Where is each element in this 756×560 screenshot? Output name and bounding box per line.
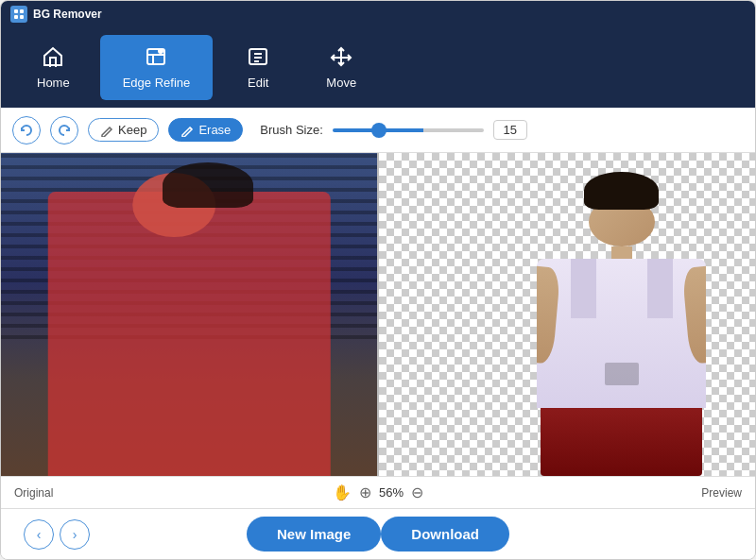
brush-size-value: 15 <box>493 120 527 140</box>
status-bar-inner: Original ✋ ⊕ 56% ⊖ Preview <box>14 486 742 500</box>
nav-edit[interactable]: Edit <box>220 35 296 100</box>
keep-brush-button[interactable]: Keep <box>88 118 159 142</box>
nav-bar: Home Edge Refine Edit <box>1 27 755 108</box>
person-cutout <box>518 166 725 476</box>
preview-image <box>379 153 755 476</box>
zoom-value: 56% <box>379 485 404 500</box>
home-icon <box>42 46 64 70</box>
app-icon <box>10 6 27 23</box>
undo-button[interactable] <box>12 116 41 144</box>
move-icon <box>330 46 352 70</box>
nav-home[interactable]: Home <box>14 35 93 100</box>
nav-home-label: Home <box>37 76 70 90</box>
prev-button[interactable]: ‹ <box>24 519 54 550</box>
preview-label: Preview <box>701 486 742 500</box>
app-title: BG Remover <box>33 8 102 21</box>
next-button[interactable]: › <box>60 519 90 550</box>
brush-size-label: Brush Size: <box>260 123 322 137</box>
svg-rect-1 <box>20 9 24 13</box>
zoom-out-button[interactable]: ⊖ <box>411 485 423 501</box>
cutout-body <box>537 259 706 408</box>
red-overlay-hair <box>163 162 253 208</box>
original-panel[interactable] <box>1 153 377 476</box>
title-bar: BG Remover <box>1 1 755 27</box>
brush-size-slider-container <box>333 128 484 132</box>
bottom-bar: ‹ › New Image Download <box>1 508 755 559</box>
download-button[interactable]: Download <box>381 517 509 552</box>
keep-label: Keep <box>118 123 146 137</box>
bottom-nav-arrows: ‹ › <box>24 519 90 550</box>
svg-rect-0 <box>14 9 18 13</box>
brush-size-slider[interactable] <box>333 128 484 132</box>
cutout-left-arm <box>537 264 561 365</box>
cutout-hair <box>584 172 659 209</box>
edge-refine-icon <box>145 46 167 70</box>
svg-rect-2 <box>14 15 18 19</box>
nav-edge-refine-label: Edge Refine <box>123 76 191 90</box>
svg-rect-3 <box>20 15 24 19</box>
nav-edge-refine[interactable]: Edge Refine <box>100 35 214 100</box>
new-image-button[interactable]: New Image <box>247 517 381 552</box>
bottom-bar-inner: ‹ › New Image Download <box>10 517 746 552</box>
erase-label: Erase <box>198 123 231 137</box>
hand-tool-icon[interactable]: ✋ <box>333 484 352 501</box>
cutout-strap-right <box>647 259 673 318</box>
svg-point-5 <box>159 49 163 53</box>
original-image <box>1 153 377 476</box>
main-content: Original ✋ ⊕ 56% ⊖ Preview ‹ › New Image… <box>1 153 755 559</box>
edit-icon <box>247 46 269 70</box>
cutout-logo <box>605 363 639 385</box>
cutout-shorts <box>541 408 702 476</box>
image-area <box>1 153 755 476</box>
cutout-right-arm <box>682 264 707 365</box>
redo-button[interactable] <box>50 116 78 144</box>
toolbar: Keep Erase Brush Size: 15 <box>1 108 755 153</box>
preview-panel[interactable] <box>379 153 755 476</box>
erase-brush-button[interactable]: Erase <box>168 118 243 142</box>
cutout-strap-left <box>571 259 596 318</box>
nav-edit-label: Edit <box>248 76 268 90</box>
nav-move[interactable]: Move <box>303 35 379 100</box>
nav-move-label: Move <box>326 76 356 90</box>
svg-line-12 <box>190 127 192 129</box>
zoom-in-button[interactable]: ⊕ <box>359 485 371 501</box>
status-bar: Original ✋ ⊕ 56% ⊖ Preview <box>1 476 755 508</box>
cutout-neck <box>611 246 632 259</box>
